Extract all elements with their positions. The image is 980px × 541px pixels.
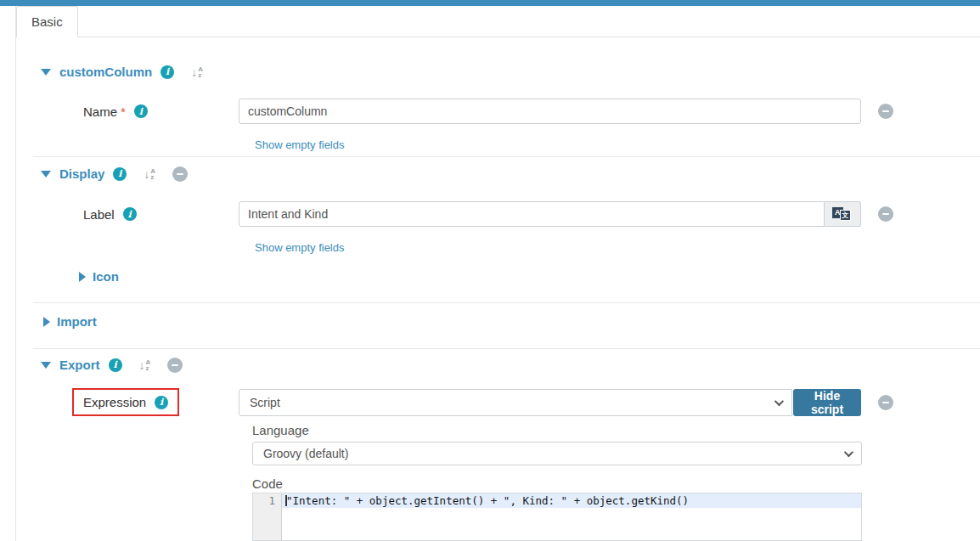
section-title: customColumn [59,65,152,79]
remove-expression-button[interactable] [878,395,893,410]
hide-script-button[interactable]: Hide script [793,389,861,416]
name-field-row: Name * i [41,99,980,124]
sort-alpha-icon[interactable]: ↓ Az [139,359,151,371]
app-header-bar [0,0,980,6]
label-field-label: Label i [41,207,239,222]
form-panel: Basic customColumn i ↓ Az Name * i Show … [15,6,980,541]
caret-down-icon[interactable] [41,171,51,178]
name-field-control [239,99,861,124]
section-header-export[interactable]: Export i ↓ Az [41,357,980,373]
translate-button[interactable]: A 文 [825,201,861,227]
label-field-row: Label i A 文 [41,201,980,227]
section-divider [33,302,980,303]
info-icon[interactable]: i [134,104,148,118]
info-icon[interactable]: i [109,358,122,372]
language-select[interactable]: Groovy (default) [252,442,862,465]
remove-display-button[interactable] [172,166,188,182]
section-divider [33,348,980,349]
expression-type-select[interactable]: Script [239,389,792,416]
section-title: Display [59,166,104,181]
section-header-import[interactable]: Import [43,313,980,330]
tab-basic[interactable]: Basic [16,6,78,37]
name-field-label: Name * i [41,104,239,119]
chevron-down-icon [844,448,853,457]
show-empty-fields-link[interactable]: Show empty fields [255,138,345,151]
caret-right-icon[interactable] [43,317,50,327]
section-title: Export [59,358,100,372]
code-gutter: 1 [253,493,282,540]
chevron-down-icon [774,396,784,405]
section-header-display[interactable]: Display i ↓ Az [41,166,980,182]
code-label: Code [252,476,862,491]
section-header-customcolumn[interactable]: customColumn i ↓ Az [41,64,980,80]
name-input[interactable] [239,99,861,124]
info-icon[interactable]: i [161,65,174,79]
required-marker: * [121,104,126,119]
section-header-icon[interactable]: Icon [79,268,980,285]
remove-label-button[interactable] [878,206,893,222]
info-icon[interactable]: i [123,207,137,221]
label-input[interactable] [239,201,825,227]
section-title: Import [57,314,97,329]
sort-alpha-icon[interactable]: ↓ Az [191,66,203,78]
code-line: "Intent: " + object.getIntent() + ", Kin… [282,493,861,508]
info-icon[interactable]: i [113,167,127,181]
text-cursor [285,495,287,506]
expression-highlight-box: Expression i [72,388,179,416]
code-area[interactable]: "Intent: " + object.getIntent() + ", Kin… [282,493,861,540]
expression-field-control: Script Hide script [239,389,861,416]
section-title: Icon [93,269,119,284]
remove-name-button[interactable] [878,104,893,119]
line-number: 1 [253,493,275,508]
translate-icon: A 文 [832,207,853,222]
section-divider [33,156,980,157]
caret-down-icon[interactable] [41,69,51,76]
info-icon[interactable]: i [155,396,168,409]
code-editor[interactable]: 1 "Intent: " + object.getIntent() + ", K… [252,493,862,541]
label-field-control: A 文 [239,201,861,227]
tab-bar: Basic [16,6,980,37]
language-label: Language [252,423,862,437]
expression-field-row: Expression i Script Hide script [41,388,980,416]
caret-right-icon[interactable] [79,272,86,282]
show-empty-fields-link[interactable]: Show empty fields [255,241,345,254]
caret-down-icon[interactable] [41,362,51,369]
script-settings-block: Language Groovy (default) Code 1 "Intent… [252,423,862,541]
form-content: customColumn i ↓ Az Name * i Show empty … [16,37,980,541]
expression-field-label: Expression i [41,388,239,416]
sort-alpha-icon[interactable]: ↓ Az [144,168,155,180]
remove-export-button[interactable] [167,358,183,373]
